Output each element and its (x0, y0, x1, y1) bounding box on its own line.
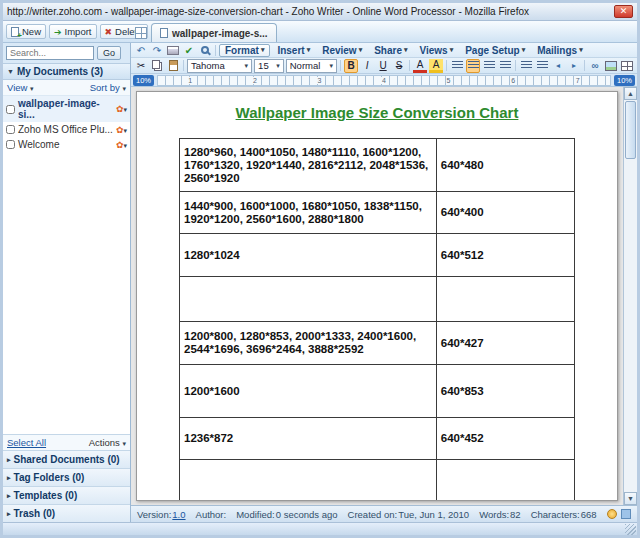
menu-format[interactable]: Format▾ (219, 44, 270, 57)
outdent-button[interactable]: ◂ (551, 59, 565, 73)
bullet-list-button[interactable] (519, 59, 533, 73)
cut-icon[interactable]: ✂ (134, 59, 148, 73)
sidebar-item-templates[interactable]: ▸ Templates (0) (3, 486, 130, 504)
scroll-up-icon[interactable]: ▲ (624, 87, 637, 100)
chevron-down-icon: ▾ (359, 46, 363, 54)
align-justify-button[interactable] (498, 59, 512, 73)
find-icon[interactable] (198, 44, 212, 57)
document-settings-icon[interactable]: ✿▾ (116, 140, 127, 150)
font-size-select[interactable]: 15 ▾ (254, 59, 284, 73)
chevron-down-icon: ▾ (522, 46, 526, 54)
resize-grip-icon[interactable] (625, 524, 636, 535)
document-checkbox[interactable] (6, 105, 15, 114)
menu-page-setup[interactable]: Page Setup▾ (460, 45, 530, 56)
table-row: 1440*900, 1600*1000, 1680*1050, 1838*115… (180, 192, 575, 234)
help-icon[interactable] (621, 509, 631, 519)
menu-review[interactable]: Review▾ (317, 45, 367, 56)
document-settings-icon[interactable]: ✿▾ (116, 104, 127, 114)
document-list-item[interactable]: Zoho MS Office Plu... ✿▾ (3, 122, 130, 137)
table-row: 1280*1024 640*512 (180, 234, 575, 277)
document-settings-icon[interactable]: ✿▾ (116, 125, 127, 135)
scrollbar-thumb[interactable] (625, 101, 636, 159)
ruler-mark: 2 (252, 77, 258, 84)
document-list-item[interactable]: wallpaper-image-si... ✿▾ (3, 96, 130, 122)
my-documents-header[interactable]: ▼ My Documents (3) (3, 64, 130, 80)
print-icon[interactable] (166, 44, 180, 57)
document-list-item[interactable]: Welcome ✿▾ (3, 137, 130, 152)
target-size-cell: 640*853 (436, 365, 574, 418)
version-link[interactable]: 1.0 (172, 509, 185, 520)
my-documents-label: My Documents (3) (17, 66, 103, 77)
undo-icon[interactable]: ↶ (134, 44, 148, 57)
source-sizes-cell: 1236*872 (180, 418, 437, 460)
menu-mailings[interactable]: Mailings▾ (532, 45, 588, 56)
font-color-button[interactable]: A (413, 59, 427, 73)
menu-share[interactable]: Share▾ (369, 45, 412, 56)
font-family-value: Tahoma (191, 60, 225, 71)
paste-icon[interactable] (166, 59, 180, 73)
section-label: Trash (0) (14, 508, 56, 519)
list-footer: Select All Actions ▾ (3, 434, 130, 450)
sort-by-menu[interactable]: Sort by ▾ (90, 82, 126, 93)
menu-views[interactable]: Views▾ (414, 45, 458, 56)
menu-insert[interactable]: Insert▾ (272, 45, 315, 56)
align-right-button[interactable] (482, 59, 496, 73)
target-size-cell (436, 460, 574, 502)
search-input[interactable] (6, 46, 94, 60)
chevron-down-icon: ▼ (7, 68, 14, 75)
copy-icon[interactable] (150, 59, 164, 73)
view-menu[interactable]: View ▾ (7, 82, 34, 93)
new-button-label: New (22, 26, 41, 37)
sidebar-spacer (3, 152, 130, 434)
table-row: 1200*800, 1280*853, 2000*1333, 2400*1600… (180, 322, 575, 365)
document-checkbox[interactable] (6, 125, 15, 134)
chevron-right-icon: ▸ (7, 474, 11, 482)
tab-list-icon[interactable] (135, 27, 147, 39)
numbered-list-button[interactable] (535, 59, 549, 73)
import-button[interactable]: ➔ Import (49, 24, 96, 39)
redo-icon[interactable]: ↷ (150, 44, 164, 57)
source-sizes-cell: 1440*900, 1600*1000, 1680*1050, 1838*115… (180, 192, 437, 234)
spellcheck-icon[interactable]: ✔ (182, 44, 196, 57)
modified-status: Modified: 0 seconds ago (236, 509, 337, 520)
chevron-down-icon: ▾ (276, 62, 280, 70)
table-icon[interactable] (620, 59, 634, 73)
character-count: Characters: 668 (531, 509, 597, 520)
align-left-button[interactable] (450, 59, 464, 73)
bold-button[interactable]: B (344, 59, 358, 73)
document-checkbox[interactable] (6, 140, 15, 149)
scrollbar-track[interactable] (624, 160, 637, 492)
highlight-button[interactable]: A (429, 59, 443, 73)
underline-button[interactable]: U (376, 59, 390, 73)
link-icon[interactable]: ∞ (588, 59, 602, 73)
target-size-cell: 640*400 (436, 192, 574, 234)
paragraph-style-select[interactable]: Normal ▾ (286, 59, 337, 73)
scroll-down-icon[interactable]: ▼ (624, 492, 637, 505)
search-go-button[interactable]: Go (97, 46, 121, 60)
vertical-scrollbar[interactable]: ▲ ▼ (623, 87, 637, 505)
sidebar-item-trash[interactable]: ▸ Trash (0) (3, 504, 130, 522)
notification-icon[interactable] (607, 509, 617, 519)
document-page[interactable]: Wallpaper Image Size Conversion Chart 12… (136, 91, 618, 501)
indent-button[interactable]: ▸ (567, 59, 581, 73)
sidebar-item-shared-documents[interactable]: ▸ Shared Documents (0) (3, 450, 130, 468)
image-icon[interactable] (604, 59, 618, 73)
strikethrough-button[interactable]: S (392, 59, 406, 73)
italic-button[interactable]: I (360, 59, 374, 73)
target-size-cell: 640*480 (436, 139, 574, 192)
source-sizes-cell (180, 277, 437, 322)
chevron-right-icon: ▸ (7, 510, 11, 518)
target-size-cell: 640*512 (436, 234, 574, 277)
align-center-button[interactable] (466, 59, 480, 73)
close-icon[interactable]: ✕ (614, 5, 633, 18)
sidebar-item-tag-folders[interactable]: ▸ Tag Folders (0) (3, 468, 130, 486)
menu-bar: ↶ ↷ ✔ Format▾ Insert▾ Review▾ Share▾ Vie… (131, 43, 637, 58)
new-button[interactable]: New (6, 24, 46, 39)
tab-wallpaper-image[interactable]: wallpaper-image-s... (151, 23, 277, 42)
chevron-right-icon: ▸ (7, 492, 11, 500)
actions-menu[interactable]: Actions ▾ (89, 437, 126, 448)
app-toolbar: New ➔ Import ✖ Delete wallpaper-image-s.… (3, 21, 637, 43)
select-all-link[interactable]: Select All (7, 437, 46, 448)
font-family-select[interactable]: Tahoma ▾ (187, 59, 252, 73)
chevron-down-icon: ▾ (261, 46, 265, 54)
